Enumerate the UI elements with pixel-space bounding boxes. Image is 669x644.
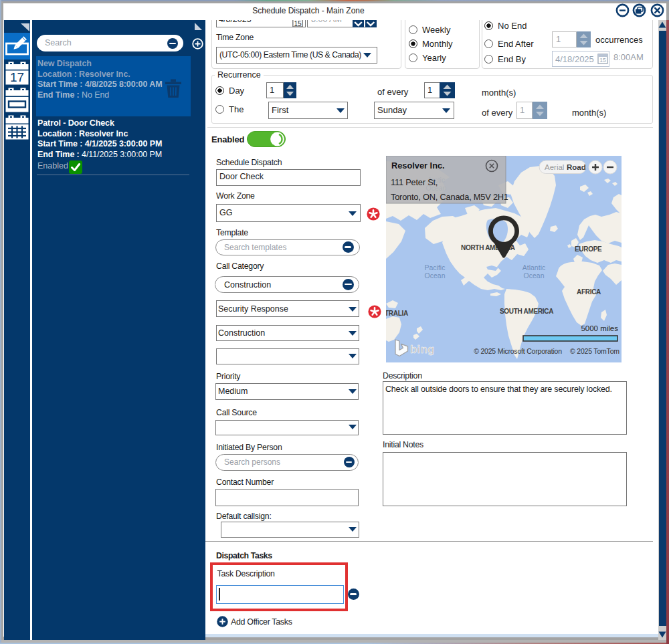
svg-text:Aerial: Aerial [545, 163, 564, 171]
svg-text:© 2025 Microsoft Corporation: © 2025 Microsoft Corporation [474, 347, 562, 355]
svg-text:AFRICA: AFRICA [577, 288, 601, 296]
svg-text:Resolver Inc.: Resolver Inc. [391, 160, 445, 171]
svg-text:Atlantic: Atlantic [522, 263, 545, 272]
svg-text:15: 15 [294, 20, 302, 27]
svg-text:111 Peter St,: 111 Peter St, [391, 177, 438, 187]
svg-text:5000 miles: 5000 miles [581, 324, 618, 332]
svg-text:Ocean: Ocean [524, 272, 545, 280]
svg-text:Toronto, ON, Canada, M5V 2H1: Toronto, ON, Canada, M5V 2H1 [391, 192, 508, 202]
svg-text:© 2025 TomTom: © 2025 TomTom [570, 347, 619, 355]
svg-text:EUROPE: EUROPE [575, 245, 602, 253]
svg-text:Road: Road [567, 163, 586, 171]
svg-text:Ocean: Ocean [425, 272, 446, 280]
svg-text:bing: bing [410, 343, 435, 355]
svg-text:SOUTH AMERICA: SOUTH AMERICA [500, 308, 553, 315]
svg-text:15: 15 [599, 57, 606, 64]
svg-text:Pacific: Pacific [425, 263, 446, 272]
svg-text:TRALIA: TRALIA [386, 310, 408, 317]
svg-text:17: 17 [10, 70, 24, 84]
